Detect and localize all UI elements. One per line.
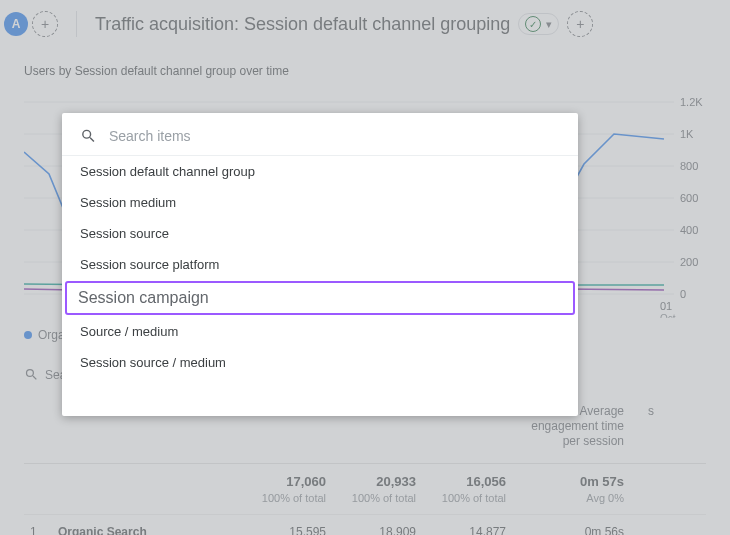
svg-text:1.2K: 1.2K: [680, 96, 703, 108]
dropdown-item[interactable]: Session source: [62, 218, 578, 249]
legend-label: Orga: [38, 328, 65, 342]
totals-row: 17,060100% of total 20,933100% of total …: [24, 463, 706, 514]
dropdown-item-highlighted[interactable]: Session campaign: [66, 282, 574, 314]
legend-dot-icon: [24, 331, 32, 339]
add-segment-button[interactable]: +: [32, 11, 58, 37]
svg-text:1K: 1K: [680, 128, 694, 140]
divider: [76, 11, 77, 37]
chart-legend: Orga: [24, 328, 65, 342]
page-header: A + Traffic acquisition: Session default…: [0, 4, 730, 44]
dropdown-item[interactable]: Source / medium: [62, 316, 578, 347]
status-chip[interactable]: ✓ ▾: [518, 13, 559, 35]
svg-text:Oct: Oct: [660, 313, 676, 318]
dropdown-item[interactable]: Session medium: [62, 187, 578, 218]
chevron-down-icon: ▾: [546, 18, 552, 31]
page-title: Traffic acquisition: Session default cha…: [95, 14, 510, 35]
svg-text:800: 800: [680, 160, 698, 172]
page-root: A + Traffic acquisition: Session default…: [0, 0, 730, 535]
svg-text:01: 01: [660, 300, 672, 312]
col-cutoff: s: [630, 398, 660, 463]
dropdown-item[interactable]: Session default channel group: [62, 156, 578, 187]
checkmark-icon: ✓: [525, 16, 541, 32]
dimension-dropdown: Session default channel group Session me…: [62, 113, 578, 416]
dropdown-item[interactable]: Session source platform: [62, 249, 578, 280]
dropdown-search-input[interactable]: [109, 128, 560, 144]
svg-text:600: 600: [680, 192, 698, 204]
search-icon: [80, 127, 97, 145]
add-comparison-button[interactable]: +: [567, 11, 593, 37]
chart-title: Users by Session default channel group o…: [24, 64, 289, 78]
dropdown-search[interactable]: [62, 117, 578, 156]
avatar-badge[interactable]: A: [4, 12, 28, 36]
svg-text:400: 400: [680, 224, 698, 236]
table-row[interactable]: 1 Organic Search 15,595 18,909 14,877 0m…: [24, 514, 706, 535]
svg-text:0: 0: [680, 288, 686, 300]
svg-text:200: 200: [680, 256, 698, 268]
dropdown-item[interactable]: Session source / medium: [62, 347, 578, 378]
table-search[interactable]: Sea: [24, 367, 66, 382]
data-table: sessions Average engagement time per ses…: [0, 398, 730, 535]
search-icon: [24, 367, 39, 382]
